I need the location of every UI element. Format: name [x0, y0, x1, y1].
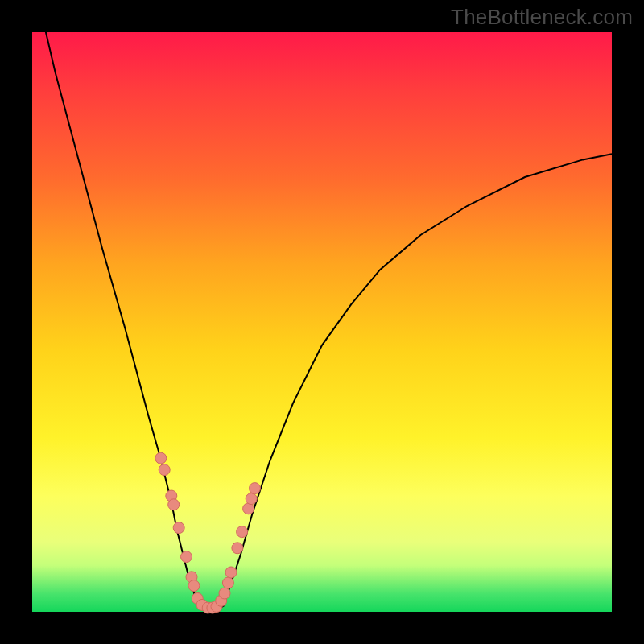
- marker-dot: [155, 452, 167, 464]
- bottleneck-curve: [32, 0, 612, 609]
- marker-dot: [237, 526, 248, 538]
- marker-dot: [173, 522, 184, 534]
- marker-dot: [168, 499, 180, 510]
- marker-dot: [159, 464, 170, 476]
- chart-svg: [32, 32, 612, 612]
- watermark-text: TheBottleneck.com: [451, 5, 633, 30]
- outer-frame: TheBottleneck.com: [0, 0, 644, 644]
- marker-dot: [232, 543, 243, 554]
- plot-area: [32, 32, 612, 612]
- marker-group: [155, 452, 261, 613]
- marker-dot: [246, 493, 257, 505]
- marker-dot: [219, 588, 230, 599]
- marker-dot: [222, 577, 233, 588]
- marker-dot: [188, 580, 200, 592]
- marker-dot: [250, 483, 261, 494]
- marker-dot: [181, 551, 192, 563]
- marker-dot: [225, 567, 237, 578]
